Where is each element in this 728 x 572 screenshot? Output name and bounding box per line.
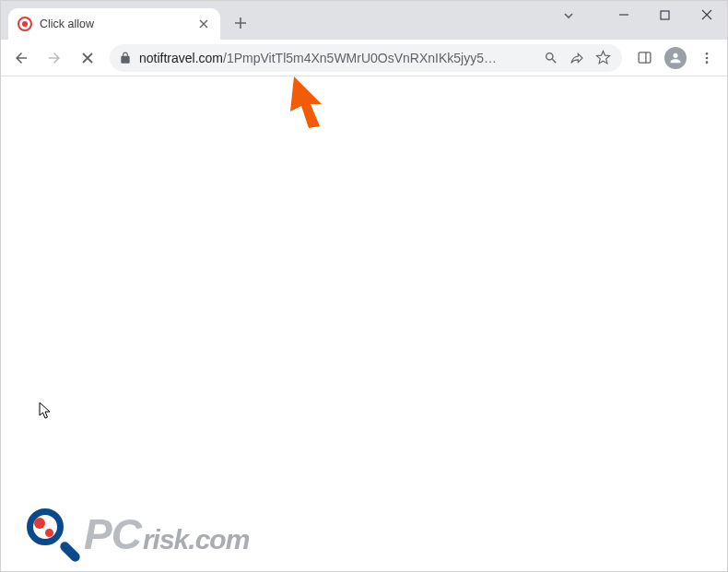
svg-rect-0 — [661, 11, 669, 19]
watermark-risk: risk — [143, 524, 188, 555]
share-icon[interactable] — [568, 51, 586, 65]
watermark-pc: PC — [84, 509, 141, 559]
menu-button[interactable] — [692, 43, 722, 73]
svg-point-4 — [706, 56, 709, 59]
side-panel-button[interactable] — [629, 43, 659, 73]
search-icon[interactable] — [542, 51, 560, 65]
stop-reload-button[interactable] — [73, 43, 102, 73]
watermark-com: .com — [188, 524, 249, 555]
close-window-button[interactable] — [686, 1, 727, 29]
url-text: notiftravel.com/1PmpVitTl5m4Xn5WMrU0OsVn… — [139, 51, 534, 65]
profile-button[interactable] — [661, 43, 690, 73]
minimize-button[interactable] — [603, 1, 644, 29]
svg-point-5 — [706, 61, 709, 64]
toolbar-right — [629, 43, 722, 73]
page-content — [1, 76, 727, 571]
back-button[interactable] — [6, 43, 36, 73]
tab-search-button[interactable] — [554, 5, 583, 27]
maximize-button[interactable] — [644, 1, 686, 29]
favicon-icon — [18, 17, 32, 31]
avatar-icon — [664, 47, 687, 69]
browser-tab[interactable]: Click allow — [8, 8, 220, 40]
bookmark-star-icon[interactable] — [593, 50, 613, 65]
magnifier-icon — [27, 508, 78, 560]
titlebar: Click allow — [1, 1, 727, 40]
url-path: /1PmpVitTl5m4Xn5WMrU0OsVnRXnIKk5jyy5… — [223, 51, 497, 65]
svg-point-3 — [706, 53, 709, 55]
url-domain: notiftravel.com — [139, 51, 223, 65]
watermark: PC risk .com — [27, 508, 249, 560]
close-tab-button[interactable] — [196, 17, 211, 31]
watermark-text: PC risk .com — [84, 509, 249, 559]
new-tab-button[interactable] — [228, 10, 253, 36]
toolbar: notiftravel.com/1PmpVitTl5m4Xn5WMrU0OsVn… — [1, 40, 727, 76]
address-bar[interactable]: notiftravel.com/1PmpVitTl5m4Xn5WMrU0OsVn… — [110, 44, 622, 72]
forward-button[interactable] — [40, 43, 69, 73]
window-controls — [603, 1, 727, 34]
lock-icon — [119, 52, 132, 64]
svg-rect-1 — [639, 53, 651, 63]
tab-title: Click allow — [40, 18, 189, 30]
